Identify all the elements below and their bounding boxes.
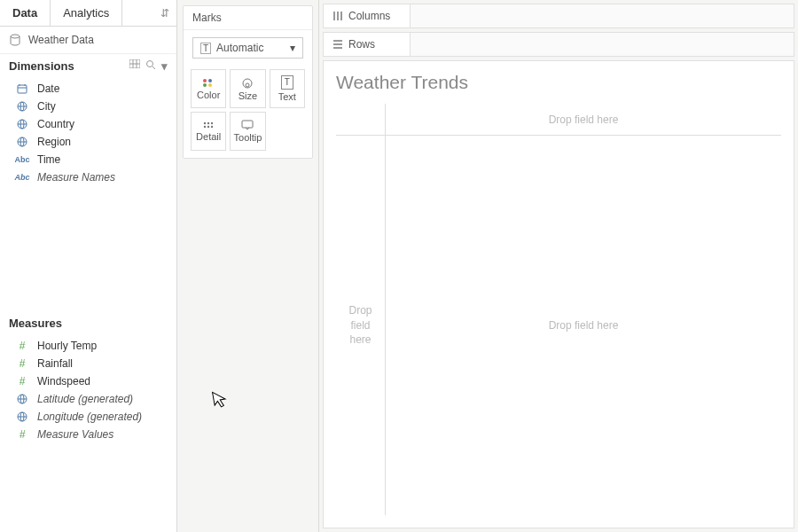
field-label: Hourly Temp: [37, 340, 97, 352]
mark-detail-button[interactable]: Detail: [191, 112, 226, 151]
dimension-field-region[interactable]: Region: [0, 133, 176, 151]
viz-columns-drop[interactable]: Drop field here: [386, 104, 781, 136]
mark-tooltip-button[interactable]: Tooltip: [230, 112, 265, 151]
data-panel: Data Analytics ⇵ Weather Data Dimensions…: [0, 0, 177, 532]
globe-icon: [16, 137, 28, 147]
hash-icon: #: [16, 357, 28, 370]
svg-point-34: [211, 122, 213, 124]
svg-point-0: [11, 35, 20, 38]
field-label: City: [37, 100, 56, 113]
dimensions-title: Dimensions: [9, 59, 74, 73]
mark-text-label: Text: [278, 91, 296, 102]
field-label: Time: [37, 153, 60, 166]
marks-panel: Marks T Automatic ▾ Color Size T Text: [177, 0, 319, 532]
tab-analytics[interactable]: Analytics: [51, 0, 122, 26]
svg-point-26: [203, 79, 207, 82]
rows-shelf[interactable]: Rows: [323, 32, 794, 57]
mark-text-button[interactable]: T Text: [270, 69, 305, 108]
abc-icon: Abc: [16, 173, 28, 182]
globe-icon: [16, 394, 28, 404]
measure-field-rainfall[interactable]: #Rainfall: [0, 355, 176, 372]
columns-shelf[interactable]: Columns: [323, 4, 794, 28]
svg-point-33: [207, 122, 209, 124]
svg-rect-7: [18, 85, 27, 93]
svg-rect-38: [242, 121, 253, 128]
measures-header: Measures: [0, 311, 176, 335]
svg-point-36: [207, 126, 209, 128]
columns-drop-zone[interactable]: [411, 4, 794, 27]
field-label: Windspeed: [37, 375, 90, 387]
dimension-field-country[interactable]: Country: [0, 115, 176, 133]
chevron-down-icon: ▾: [290, 42, 295, 54]
measure-field-latitude-generated-[interactable]: Latitude (generated): [0, 390, 176, 408]
rows-label: Rows: [348, 38, 375, 51]
tooltip-icon: [241, 120, 254, 130]
datasource-icon: [9, 34, 21, 46]
more-icon[interactable]: ▾: [161, 59, 168, 73]
viz-corner: [336, 104, 386, 136]
dimensions-list: DateCityCountryRegionAbcTimeAbcMeasure N…: [0, 78, 176, 195]
field-label: Rainfall: [37, 357, 73, 370]
svg-point-32: [204, 122, 206, 124]
marks-grid: Color Size T Text Detail: [184, 66, 312, 158]
color-icon: [201, 77, 215, 88]
measure-field-windspeed[interactable]: #Windspeed: [0, 372, 176, 390]
sheet-canvas: Weather Trends Drop field here Drop fiel…: [323, 60, 794, 528]
dimension-field-city[interactable]: City: [0, 98, 176, 115]
hash-icon: #: [16, 428, 28, 441]
svg-line-6: [153, 66, 155, 69]
svg-rect-41: [340, 12, 342, 20]
dimension-field-date[interactable]: Date: [0, 80, 176, 98]
date-icon: [16, 83, 28, 94]
viz-body-drop[interactable]: Drop field here: [386, 136, 781, 515]
measure-field-measure-values[interactable]: #Measure Values: [0, 426, 176, 443]
svg-rect-43: [333, 43, 342, 45]
dimension-field-measure-names[interactable]: AbcMeasure Names: [0, 168, 176, 186]
field-label: Longitude (generated): [37, 411, 142, 423]
globe-icon: [16, 101, 28, 112]
mark-size-button[interactable]: Size: [230, 69, 265, 108]
marks-title: Marks: [184, 6, 312, 30]
marks-dropdown-label: Automatic: [216, 42, 285, 54]
svg-point-37: [211, 126, 213, 128]
svg-point-27: [208, 79, 212, 82]
rows-icon: [332, 39, 343, 50]
field-label: Date: [37, 82, 59, 95]
svg-point-5: [147, 61, 153, 67]
size-icon: [241, 76, 254, 89]
tab-data-label: Data: [12, 6, 37, 20]
marks-card: Marks T Automatic ▾ Color Size T Text: [183, 5, 313, 159]
field-label: Country: [37, 118, 74, 130]
svg-rect-40: [337, 12, 339, 20]
field-label: Measure Values: [37, 428, 113, 441]
viz-col-hint: Drop field here: [549, 113, 619, 126]
tab-analytics-label: Analytics: [63, 6, 109, 20]
viz-rows-drop[interactable]: Drop field here: [336, 136, 386, 515]
rows-drop-zone[interactable]: [411, 33, 794, 56]
measures-list: #Hourly Temp#Rainfall#WindspeedLatitude …: [0, 335, 176, 452]
tab-data[interactable]: Data: [0, 0, 51, 26]
worksheet-area: Columns Rows Weather Trends Drop field h…: [319, 0, 798, 532]
measure-field-hourly-temp[interactable]: #Hourly Temp: [0, 337, 176, 355]
hash-icon: #: [16, 340, 28, 352]
svg-rect-39: [333, 12, 335, 20]
dimensions-header: Dimensions ▾: [0, 54, 176, 78]
globe-icon: [16, 119, 28, 129]
measure-field-longitude-generated-[interactable]: Longitude (generated): [0, 408, 176, 426]
datasource-name: Weather Data: [28, 34, 94, 46]
view-data-icon[interactable]: [129, 59, 140, 73]
search-icon[interactable]: [145, 59, 156, 73]
viz-row-hint: Drop field here: [348, 303, 372, 348]
tab-menu-icon[interactable]: ⇵: [122, 0, 176, 26]
dimension-field-time[interactable]: AbcTime: [0, 151, 176, 168]
datasource-row[interactable]: Weather Data: [0, 27, 176, 54]
svg-point-31: [246, 83, 249, 87]
marks-type-dropdown[interactable]: T Automatic ▾: [192, 37, 303, 59]
svg-rect-44: [333, 47, 342, 49]
mark-color-button[interactable]: Color: [191, 69, 226, 108]
side-tabs: Data Analytics ⇵: [0, 0, 176, 27]
svg-point-29: [208, 83, 212, 87]
viz-body-hint: Drop field here: [549, 319, 619, 332]
mark-detail-label: Detail: [196, 131, 221, 142]
sheet-title[interactable]: Weather Trends: [324, 61, 794, 98]
